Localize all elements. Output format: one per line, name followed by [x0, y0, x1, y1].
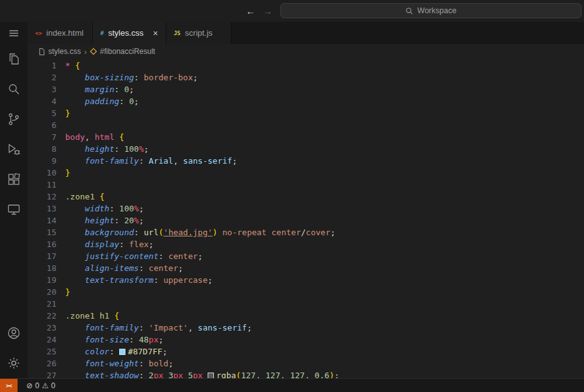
tab-label: styles.css	[108, 28, 143, 38]
code-token: .zone1	[65, 311, 95, 320]
code-token: center	[272, 228, 301, 237]
command-center-search[interactable]: Workspace	[280, 3, 581, 18]
code-token: *	[65, 61, 70, 70]
line-number: 12	[28, 191, 56, 203]
warnings-icon: ⚠	[42, 381, 49, 390]
tab-index-html[interactable]: <> index.html	[28, 22, 93, 44]
code-line[interactable]: 18 align-items: center;	[28, 262, 584, 274]
code-line[interactable]: 9 font-family: Arial, sans-serif;	[28, 155, 584, 167]
code-token: ,	[256, 371, 266, 378]
code-line[interactable]: 17 justify-content: center;	[28, 250, 584, 262]
code-token: 127	[265, 371, 280, 378]
forward-arrow-icon[interactable]: →	[263, 6, 272, 16]
code-line[interactable]: 7body, html {	[28, 131, 584, 143]
settings-button[interactable]	[0, 348, 28, 378]
sidebar-item-remote-explorer[interactable]	[0, 194, 28, 225]
tab-label: index.html	[46, 28, 83, 38]
code-token: box-sizing	[85, 73, 134, 82]
code-text: color: #87D7FF;	[65, 346, 167, 358]
code-token: :	[134, 228, 144, 237]
code-line[interactable]: 23 font-family: 'Impact', sans-serif;	[28, 322, 584, 334]
code-line[interactable]: 26 font-weight: bold;	[28, 358, 584, 369]
code-line[interactable]: 24 font-size: 48px;	[28, 334, 584, 346]
sidebar-item-extensions[interactable]	[0, 164, 28, 194]
account-button[interactable]	[0, 318, 28, 348]
code-text: align-items: center;	[65, 262, 183, 274]
code-token: sans-serif	[198, 323, 247, 332]
code-line[interactable]: 2 box-sizing: border-box;	[28, 72, 584, 83]
css-symbol-icon	[90, 48, 97, 55]
code-token: 100	[119, 204, 134, 213]
code-line[interactable]: 16 display: flex;	[28, 238, 584, 250]
sidebar-item-explorer[interactable]	[0, 44, 28, 74]
line-number: 25	[28, 346, 56, 358]
line-number: 21	[28, 298, 56, 310]
editor[interactable]: 1* {2 box-sizing: border-box;3 margin: 0…	[28, 59, 584, 378]
code-token: center	[149, 263, 178, 273]
tab-script-js[interactable]: JS script.js	[166, 22, 231, 44]
code-line[interactable]: 1* {	[28, 60, 584, 72]
sidebar-item-source-control[interactable]	[0, 104, 28, 134]
code-token: ;	[178, 263, 183, 273]
code-token	[65, 323, 85, 332]
code-line[interactable]: 19 text-transform: uppercase;	[28, 274, 584, 286]
code-line[interactable]: 6	[28, 119, 584, 131]
code-token	[65, 144, 85, 154]
back-arrow-icon[interactable]: ←	[246, 6, 255, 16]
sidebar-item-search[interactable]	[0, 74, 28, 104]
line-number: 22	[28, 310, 56, 322]
code-token	[65, 240, 85, 249]
nav-arrows: ← →	[246, 0, 272, 22]
line-number: 14	[28, 215, 56, 226]
code-text: font-family: 'Impact', sans-serif;	[65, 322, 252, 334]
color-swatch[interactable]	[119, 349, 125, 355]
code-line[interactable]: 5}	[28, 107, 584, 119]
code-token	[65, 335, 85, 344]
code-token: font-family	[85, 156, 139, 166]
code-line[interactable]: 25 color: #87D7FF;	[28, 346, 584, 358]
line-number: 10	[28, 167, 56, 179]
code-line[interactable]: 14 height: 20%;	[28, 215, 584, 226]
code-token: color	[85, 347, 109, 356]
code-token: ,	[305, 371, 315, 378]
breadcrumb-file[interactable]: styles.css	[38, 47, 81, 56]
close-icon[interactable]: ×	[153, 29, 158, 38]
code-token: )	[329, 371, 334, 378]
code-text: justify-content: center;	[65, 250, 203, 262]
code-line[interactable]: 11	[28, 179, 584, 191]
code-token: :	[139, 371, 149, 378]
color-swatch[interactable]	[208, 373, 214, 378]
remote-window-button[interactable]: ><	[0, 379, 18, 392]
code-line[interactable]: 13 width: 100%;	[28, 203, 584, 215]
title-bar: ← → Workspace	[0, 0, 584, 22]
code-line[interactable]: 27 text-shadow: 2px 3px 5px rgba(127, 12…	[28, 369, 584, 378]
code-token: flex	[129, 240, 149, 249]
application-menu-button[interactable]	[0, 22, 28, 44]
breadcrumb-symbol[interactable]: #fibonacciResult	[90, 47, 155, 56]
tab-styles-css[interactable]: # styles.css ×	[93, 22, 166, 44]
code-line[interactable]: 12.zone1 {	[28, 191, 584, 203]
code-token: cover	[306, 228, 331, 237]
code-line[interactable]: 21	[28, 298, 584, 310]
code-line[interactable]: 22.zone1 h1 {	[28, 310, 584, 322]
code-text: font-size: 48px;	[65, 334, 164, 346]
code-token: body	[65, 132, 85, 142]
code-line[interactable]: 10}	[28, 167, 584, 179]
code-line[interactable]: 8 height: 100%;	[28, 143, 584, 155]
code-token: ;	[139, 204, 144, 213]
code-token: :	[114, 216, 124, 225]
code-token: px	[173, 371, 183, 378]
code-token: px	[149, 335, 159, 344]
problems-indicator[interactable]: ⊘ 0 ⚠ 0	[24, 379, 58, 392]
code-line[interactable]: 20}	[28, 286, 584, 298]
code-line[interactable]: 4 padding: 0;	[28, 95, 584, 107]
code-token: ;	[139, 216, 144, 225]
code-token	[65, 263, 85, 273]
line-number: 8	[28, 143, 56, 155]
code-token: ;	[247, 323, 252, 332]
code-token: :	[119, 97, 129, 106]
sidebar-item-run-debug[interactable]	[0, 134, 28, 164]
code-token: ;	[159, 335, 164, 344]
code-line[interactable]: 3 margin: 0;	[28, 83, 584, 95]
code-line[interactable]: 15 background: url('head.jpg') no-repeat…	[28, 226, 584, 238]
